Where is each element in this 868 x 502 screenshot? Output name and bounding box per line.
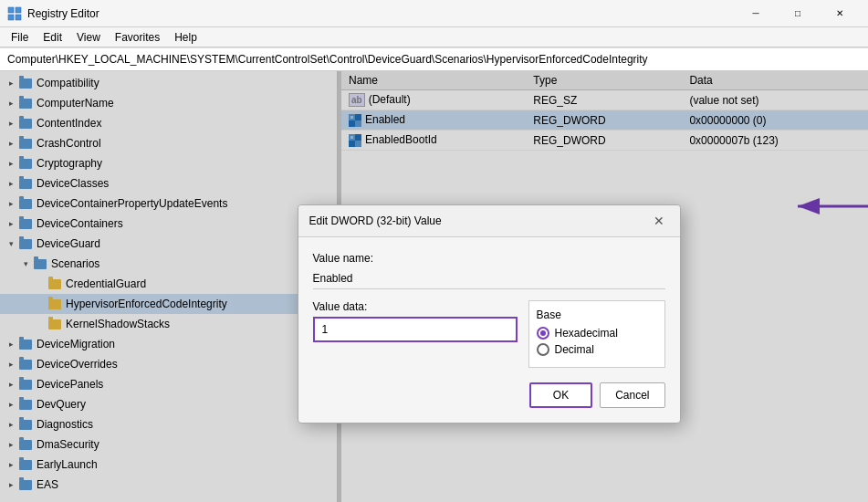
decimal-label: Decimal bbox=[555, 343, 594, 356]
svg-rect-1 bbox=[16, 7, 21, 13]
title-bar: Registry Editor ─ □ ✕ bbox=[0, 0, 868, 27]
modal-titlebar: Edit DWORD (32-bit) Value ✕ bbox=[298, 205, 680, 237]
menu-view[interactable]: View bbox=[69, 29, 108, 46]
address-bar: Computer\HKEY_LOCAL_MACHINE\SYSTEM\Curre… bbox=[0, 47, 868, 71]
value-name-value: Enabled bbox=[313, 268, 665, 289]
modal-footer: OK Cancel bbox=[313, 382, 665, 408]
modal-input-row: Value data: Base Hexadecimal Decimal bbox=[313, 300, 665, 368]
menu-edit[interactable]: Edit bbox=[36, 29, 69, 46]
value-data-group: Value data: bbox=[313, 300, 518, 342]
menu-help[interactable]: Help bbox=[167, 29, 204, 46]
app-icon bbox=[7, 6, 22, 21]
modal-overlay: Edit DWORD (32-bit) Value ✕ Value name: … bbox=[0, 71, 868, 502]
close-button[interactable]: ✕ bbox=[819, 0, 861, 27]
hexadecimal-label: Hexadecimal bbox=[555, 327, 618, 340]
modal-title: Edit DWORD (32-bit) Value bbox=[309, 214, 442, 227]
value-data-input[interactable] bbox=[313, 317, 518, 342]
main-content: ▸Compatibility▸ComputerName▸ContentIndex… bbox=[0, 71, 868, 502]
hexadecimal-radio[interactable]: Hexadecimal bbox=[537, 327, 657, 340]
modal-body: Value name: Enabled Value data: Base Hex… bbox=[298, 237, 680, 423]
menu-file[interactable]: File bbox=[4, 29, 36, 46]
value-name-label: Value name: bbox=[313, 252, 665, 265]
ok-button[interactable]: OK bbox=[529, 382, 592, 408]
edit-dword-modal: Edit DWORD (32-bit) Value ✕ Value name: … bbox=[298, 204, 681, 424]
value-data-label: Value data: bbox=[313, 300, 518, 313]
maximize-button[interactable]: □ bbox=[777, 0, 819, 27]
modal-close-button[interactable]: ✕ bbox=[649, 211, 669, 231]
cancel-button[interactable]: Cancel bbox=[600, 382, 664, 408]
menu-bar: File Edit View Favorites Help bbox=[0, 27, 868, 47]
svg-rect-0 bbox=[8, 7, 14, 13]
hexadecimal-radio-circle bbox=[537, 327, 549, 340]
base-group: Base Hexadecimal Decimal bbox=[528, 300, 665, 368]
minimize-button[interactable]: ─ bbox=[735, 0, 777, 27]
window-controls: ─ □ ✕ bbox=[735, 0, 861, 27]
decimal-radio[interactable]: Decimal bbox=[537, 343, 657, 356]
app-title: Registry Editor bbox=[27, 7, 735, 20]
address-path: Computer\HKEY_LOCAL_MACHINE\SYSTEM\Curre… bbox=[7, 53, 648, 66]
menu-favorites[interactable]: Favorites bbox=[108, 29, 167, 46]
svg-rect-3 bbox=[16, 15, 21, 20]
base-label: Base bbox=[537, 309, 657, 321]
decimal-radio-circle bbox=[537, 343, 549, 356]
svg-rect-2 bbox=[8, 15, 14, 20]
